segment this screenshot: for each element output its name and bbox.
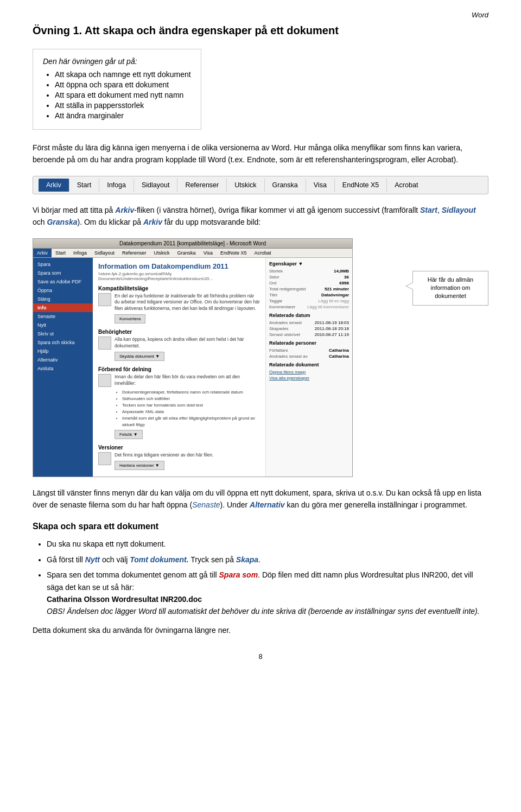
intro-title: Den här övningen går ut på: xyxy=(43,57,191,66)
intro-list: Att skapa och namnge ett nytt dokument A… xyxy=(43,70,191,120)
ss-date-value: 2011-08-18 20:18 xyxy=(315,326,349,331)
para2-comma: , xyxy=(437,206,442,214)
spara-som-link: Spara som xyxy=(219,570,258,579)
ss-prop-taggar: Taggar Lägg till en tagg xyxy=(269,299,349,303)
word-screenshot-container: Datakompendium 2011 [kompatibilitetsläge… xyxy=(33,238,488,477)
ss-prop-label: Sidor xyxy=(269,275,279,280)
ss-skydda-btn: Skydda dokument ▼ xyxy=(115,352,164,361)
ss-prop-value: 14,0MB xyxy=(334,269,349,274)
ss-prop-storlek: Storlek 14,0MB xyxy=(269,269,349,274)
arkiv-link: Arkiv xyxy=(115,206,134,214)
ss-sidebar-stang: Stäng xyxy=(33,295,93,303)
ss-versioner-section: Versioner Det finns inga tidigare versio… xyxy=(98,445,260,472)
ss-versioner-text: Det finns inga tidigare versioner av den… xyxy=(115,452,213,459)
screenshot-body: Spara Spara som Save as Adobe PDF Öppna … xyxy=(33,258,352,477)
tomt-link: Tomt dokument. xyxy=(130,555,188,564)
ss-related-docs: Relaterade dokument Öppna filens mapp Vi… xyxy=(269,362,349,380)
screenshot-right-panel: Egenskaper ▼ Storlek 14,0MB Sidor 36 Ord… xyxy=(265,258,352,477)
ribbon-tab-granska[interactable]: Granska xyxy=(265,179,306,192)
ss-prop-value: 6998 xyxy=(339,281,349,286)
ss-props-title: Egenskaper ▼ xyxy=(269,261,349,267)
screenshot-titlebar: Datakompendium 2011 [kompatibilitetsläge… xyxy=(33,239,352,249)
word-screenshot: Datakompendium 2011 [kompatibilitetsläge… xyxy=(33,238,353,477)
ss-prop-value: 36 xyxy=(344,275,349,280)
list-item: Att öppna och spara ett dokument xyxy=(55,80,191,89)
para2-before: Vi börjar med att titta på xyxy=(33,206,115,214)
screenshot-ribbon: Arkiv Start Infoga Sidlayout Referenser … xyxy=(33,249,352,258)
ss-person-label: Författare xyxy=(269,348,288,353)
ss-date-utskrivet: Senast utskrivet 2010-08-27 11:19 xyxy=(269,332,349,337)
list-item-3: Spara sen det tomma dokumentet genom att… xyxy=(47,569,488,618)
ss-tab-sidlayout: Sidlayout xyxy=(91,249,118,257)
ribbon-tab-utskick[interactable]: Utskick xyxy=(227,179,264,192)
ribbon-tab-start[interactable]: Start xyxy=(69,179,99,192)
paragraph-2: Vi börjar med att titta på Arkiv-fliken … xyxy=(33,204,488,229)
ss-person-forfattare: Författare Catharina xyxy=(269,348,349,353)
list-item: Att ställa in pappersstorlek xyxy=(55,101,191,110)
ss-hantera-btn: Hantera versioner ▼ xyxy=(115,461,164,470)
intro-box: Den här övningen går ut på: Att skapa oc… xyxy=(33,49,201,130)
ss-prop-label: Taggar xyxy=(269,299,282,303)
ss-date-andrades: Andrades senast 2011-08-19 18:03 xyxy=(269,320,349,325)
para2-och: och xyxy=(33,218,47,226)
ss-felsoek-btn: Felsök ▼ xyxy=(115,430,143,439)
list-item: Anpassade XML-data xyxy=(122,409,260,415)
para3-end: kan du göra mer generella inställningar … xyxy=(285,500,467,509)
ribbon-bar: Arkiv Start Infoga Sidlayout Referenser … xyxy=(33,176,488,194)
ss-versioner-icon xyxy=(98,452,111,465)
callout-box: Här får du allmän information om dokumen… xyxy=(412,271,488,306)
ss-tab-infoga: Infoga xyxy=(69,249,91,257)
ss-tab-utskick: Utskick xyxy=(150,249,174,257)
ss-prop-kommentarer: Kommentarer Lägg till kommentarer xyxy=(269,304,349,309)
ss-sidebar-senaste: Senaste xyxy=(33,312,93,321)
ribbon-tab-sidlayout[interactable]: Sidlayout xyxy=(134,179,177,192)
bullet3-pre: Spara sen det tomma dokumentet genom att… xyxy=(47,570,219,579)
ribbon-tab-arkiv[interactable]: Arkiv xyxy=(39,179,69,192)
final-paragraph: Detta dokument ska du använda för övning… xyxy=(33,624,488,636)
ss-tab-visa: Visa xyxy=(200,249,217,257)
list-item-1: Du ska nu skapa ett nytt dokument. xyxy=(47,538,488,550)
bullet2-pre: Gå först till xyxy=(47,555,85,564)
nytt-link: Nytt xyxy=(85,555,100,564)
ss-prop-label: Total redigeringstid xyxy=(269,287,306,291)
ss-sidebar-oppna: Öppna xyxy=(33,286,93,295)
ss-prop-label: Kommentarer xyxy=(269,304,295,309)
ribbon-tab-referenser[interactable]: Referenser xyxy=(177,179,227,192)
bullet2-end: Tryck sen på xyxy=(189,555,236,564)
ribbon-tab-visa[interactable]: Visa xyxy=(306,179,335,192)
ss-tab-arkiv: Arkiv xyxy=(33,249,52,257)
app-name: Word xyxy=(33,11,488,19)
ss-person-value: Catharina xyxy=(329,354,349,359)
ss-sidebar-skrivut: Skriv ut xyxy=(33,329,93,338)
ss-tab-start: Start xyxy=(52,249,69,257)
ss-beh-title: Behörigheter xyxy=(98,329,260,335)
ss-view-all-props: Visa alla egenskaper xyxy=(269,376,349,380)
para2-middle: -fliken (i vänstra hörnet), övriga flika… xyxy=(134,206,420,214)
ss-tab-granska: Granska xyxy=(174,249,200,257)
skapa-link: Skapa xyxy=(236,555,258,564)
ss-forbered-icon xyxy=(98,374,111,387)
senaste-link: Senaste xyxy=(192,500,220,509)
ss-prop-value: Lägg till kommentarer xyxy=(307,304,349,309)
ss-sidebar-hjalp: Hjälp xyxy=(33,347,93,356)
ss-forbered-title: Förbered för delning xyxy=(98,366,260,372)
ss-kompat-icon xyxy=(98,293,111,306)
ss-filepath: \\store-fyk-2.gukonto.gu.se\xolcat5\My D… xyxy=(98,271,260,281)
para2-end: ). Om du klickar på xyxy=(78,218,143,226)
ss-tab-endnote: EndNote X5 xyxy=(217,249,251,257)
ribbon-tab-acrobat[interactable]: Acrobat xyxy=(387,179,425,192)
ribbon-tab-endnote[interactable]: EndNote X5 xyxy=(335,179,387,192)
page-title: Övning 1. Att skapa och ändra egenskaper… xyxy=(33,24,488,37)
ss-sidebar-info: Info xyxy=(33,303,93,312)
ribbon-tab-infoga[interactable]: Infoga xyxy=(99,179,134,192)
ss-prop-ord: Ord 6998 xyxy=(269,281,349,286)
ss-date-value: 2011-08-19 18:03 xyxy=(315,320,349,325)
ss-tab-referencer: Referenser xyxy=(118,249,150,257)
para3-middle: ). Under xyxy=(220,500,250,509)
screenshot-sidebar: Spara Spara som Save as Adobe PDF Öppna … xyxy=(33,258,93,477)
list-item: Att skapa och namnge ett nytt dokument xyxy=(55,70,191,79)
ss-prop-redigtid: Total redigeringstid 521 minuter xyxy=(269,287,349,291)
ss-sidebar-sparasom: Spara som xyxy=(33,269,93,277)
ss-open-folder: Öppna filens mapp xyxy=(269,370,349,375)
ss-sidebar-spara: Spara xyxy=(33,260,93,269)
